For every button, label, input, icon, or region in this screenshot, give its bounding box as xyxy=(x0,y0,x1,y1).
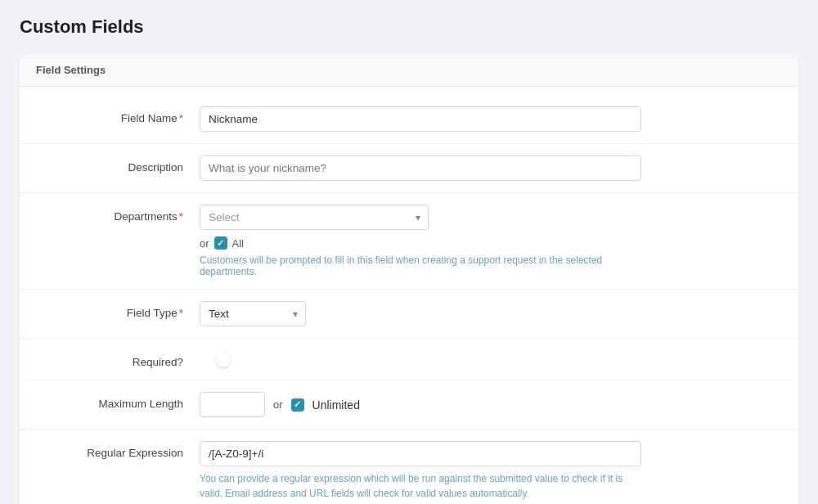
departments-control: Select ▾ or All Customers will be prompt… xyxy=(200,205,782,277)
description-label: Description xyxy=(36,155,200,173)
departments-row: Departments* Select ▾ or All Customers xyxy=(20,193,798,290)
max-length-row: Maximum Length or Unlimited xyxy=(20,380,798,430)
regex-input[interactable] xyxy=(200,441,641,466)
description-input[interactable] xyxy=(200,155,641,181)
regex-label: Regular Expression xyxy=(36,441,200,459)
or-all-row: or All xyxy=(200,236,782,250)
description-row: Description xyxy=(20,144,798,193)
max-length-control: or Unlimited xyxy=(200,392,782,417)
departments-select[interactable]: Select xyxy=(200,205,429,230)
required-label: Required? xyxy=(36,350,200,368)
field-type-select-wrap: Text Dropdown Checkbox Email URL Date ▾ xyxy=(200,301,306,326)
unlimited-label: Unlimited xyxy=(312,398,360,412)
regex-row: Regular Expression You can provide a reg… xyxy=(20,430,798,504)
settings-card: Field Settings Field Name* Description xyxy=(20,54,798,504)
description-control xyxy=(200,155,782,181)
or-label: or xyxy=(273,398,283,411)
field-name-row: Field Name* xyxy=(20,95,798,144)
departments-label: Departments* xyxy=(36,205,200,223)
max-length-wrap: or Unlimited xyxy=(200,392,782,417)
field-type-label: Field Type* xyxy=(36,301,200,319)
field-name-control xyxy=(200,106,782,132)
section-title: Field Settings xyxy=(20,54,798,87)
max-length-input[interactable] xyxy=(200,392,265,417)
page-title: Custom Fields xyxy=(20,16,798,38)
field-name-label: Field Name* xyxy=(36,106,200,124)
all-checkbox[interactable] xyxy=(214,236,227,250)
all-label: All xyxy=(232,237,244,250)
max-length-label: Maximum Length xyxy=(36,392,200,410)
or-text: or xyxy=(200,237,209,250)
unlimited-checkbox[interactable] xyxy=(291,398,304,412)
required-row: Required? xyxy=(20,339,798,380)
regex-control: You can provide a regular expression whi… xyxy=(200,441,782,504)
form-body: Field Name* Description Departments* xyxy=(20,87,798,504)
field-type-control: Text Dropdown Checkbox Email URL Date ▾ xyxy=(200,301,782,326)
required-star: * xyxy=(179,112,183,124)
departments-hint: Customers will be prompted to fill in th… xyxy=(200,254,641,277)
departments-select-wrap: Select ▾ xyxy=(200,205,429,230)
field-type-select[interactable]: Text Dropdown Checkbox Email URL Date xyxy=(200,301,306,326)
field-type-row: Field Type* Text Dropdown Checkbox Email… xyxy=(20,290,798,339)
regex-hint: You can provide a regular expression whi… xyxy=(200,471,641,504)
field-name-input[interactable] xyxy=(200,106,641,132)
required-control xyxy=(200,350,782,363)
